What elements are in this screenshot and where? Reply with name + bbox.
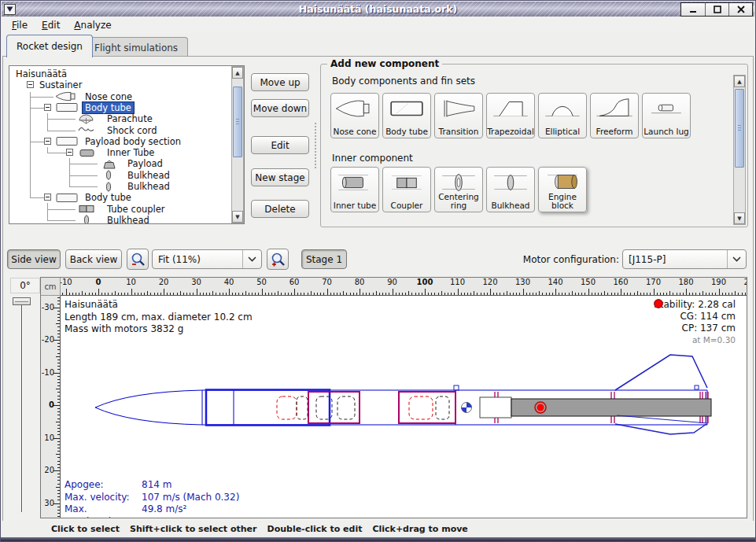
tree-item-parachute[interactable]: Parachute bbox=[9, 113, 231, 124]
ruler-tick bbox=[686, 289, 687, 295]
close-icon[interactable] bbox=[728, 3, 752, 16]
tree-expander-icon[interactable] bbox=[44, 194, 51, 201]
tree-item-label[interactable]: Inner Tube bbox=[105, 147, 157, 158]
menu-edit[interactable]: Edit bbox=[42, 20, 60, 31]
add-nose-cone-button[interactable]: Nose cone bbox=[330, 93, 379, 138]
tree-item-bulkhead[interactable]: Bulkhead bbox=[9, 215, 231, 223]
ruler-tick bbox=[138, 293, 138, 295]
add-freeform-fin-button[interactable]: Freeform bbox=[590, 93, 639, 138]
tree-scrollbar-thumb[interactable] bbox=[233, 87, 242, 157]
tree-item-label[interactable]: Body tube bbox=[83, 192, 134, 203]
maximize-icon[interactable] bbox=[705, 3, 728, 16]
move-down-button[interactable]: Move down bbox=[251, 99, 309, 117]
tree-item-label[interactable]: Shock cord bbox=[105, 125, 159, 136]
stage-1-toggle[interactable]: Stage 1 bbox=[301, 249, 347, 269]
add-body-tube-button[interactable]: Body tube bbox=[382, 93, 431, 138]
tree-item-payload[interactable]: Payload bbox=[9, 158, 231, 169]
tree-item-label[interactable]: Bulkhead bbox=[105, 215, 152, 223]
zoom-out-button[interactable] bbox=[127, 249, 149, 270]
tree-item-label[interactable]: Body tube bbox=[83, 102, 134, 113]
scroll-up-icon[interactable]: ▲ bbox=[734, 76, 745, 87]
tab-flight-simulations[interactable]: Flight simulations bbox=[84, 37, 188, 57]
ruler-tick bbox=[474, 291, 474, 295]
add-centering-ring-button[interactable]: Centering ring bbox=[434, 167, 483, 212]
tree-item-sustainer[interactable]: Sustainer bbox=[9, 79, 231, 90]
ruler-tick bbox=[317, 293, 318, 295]
tree-item-bulkhead[interactable]: Bulkhead bbox=[9, 181, 231, 192]
tree-item-label[interactable]: Bulkhead bbox=[125, 170, 172, 181]
tree-item-label[interactable]: Payload bbox=[125, 158, 165, 169]
add-elliptical-fin-button[interactable]: Elliptical bbox=[538, 93, 587, 138]
add-transition-button[interactable]: Transition bbox=[434, 93, 483, 138]
side-view-button[interactable]: Side view bbox=[7, 249, 61, 269]
tree-item-body-tube[interactable]: Body tube bbox=[9, 192, 231, 203]
tab-rocket-design[interactable]: Rocket design bbox=[6, 35, 93, 57]
ruler-tick bbox=[57, 507, 60, 507]
menu-analyze[interactable]: Analyze bbox=[74, 20, 111, 31]
ruler-tick bbox=[477, 293, 478, 295]
add-engine-block-button[interactable]: Engine block bbox=[538, 167, 587, 212]
zoom-in-button[interactable] bbox=[267, 249, 289, 270]
ruler-tick bbox=[57, 513, 60, 514]
minimize-icon[interactable] bbox=[681, 3, 705, 16]
ruler-tick bbox=[669, 291, 670, 295]
component-panel-scrollbar[interactable]: ▲ ▼ bbox=[733, 75, 746, 225]
rotation-slider-track[interactable] bbox=[21, 300, 23, 512]
add-coupler-button[interactable]: Coupler bbox=[382, 167, 431, 212]
tree-item-tube-coupler[interactable]: Tube coupler bbox=[9, 204, 231, 215]
add-inner-tube-button[interactable]: Inner tube bbox=[330, 167, 379, 212]
tree-item-nose-cone[interactable]: Nose cone bbox=[9, 91, 231, 102]
tree-item-haisun-t-[interactable]: Haisunäätä bbox=[9, 68, 231, 79]
move-up-button[interactable]: Move up bbox=[251, 73, 309, 91]
tree-item-label[interactable]: Sustainer bbox=[37, 79, 84, 90]
tree-item-label[interactable]: Tube coupler bbox=[105, 204, 168, 215]
tree-item-body-tube[interactable]: Body tube bbox=[9, 102, 231, 113]
tree-expander-icon[interactable] bbox=[44, 104, 51, 111]
tree-item-shock-cord[interactable]: Shock cord bbox=[9, 125, 231, 136]
tree-item-label[interactable]: Parachute bbox=[105, 113, 155, 124]
motor-configuration-select[interactable]: [J115-P] bbox=[622, 249, 747, 269]
tree-scrollbar[interactable]: ▲ ▼ bbox=[231, 66, 244, 223]
add-trapezoidal-fin-button[interactable]: Trapezoidal bbox=[486, 93, 535, 138]
tree-expander-icon[interactable] bbox=[27, 81, 34, 88]
ruler-label: -10 bbox=[61, 278, 72, 286]
nose-cone-icon bbox=[333, 95, 377, 122]
tree-connector bbox=[47, 119, 76, 120]
menu-file[interactable]: File bbox=[12, 20, 28, 31]
ruler-unit-label: cm bbox=[41, 278, 61, 296]
coupler-icon bbox=[385, 169, 429, 196]
ruler-tick bbox=[53, 405, 60, 406]
ruler-tick bbox=[56, 454, 60, 455]
inner-tube-icon bbox=[333, 169, 377, 196]
new-stage-button[interactable]: New stage bbox=[251, 168, 309, 186]
component-scrollbar-thumb[interactable] bbox=[735, 89, 744, 168]
delete-button[interactable]: Delete bbox=[251, 200, 309, 218]
add-bulkhead-button[interactable]: Bulkhead bbox=[486, 167, 535, 212]
ruler-tick bbox=[281, 293, 282, 295]
edit-button[interactable]: Edit bbox=[251, 136, 309, 154]
zoom-level-select[interactable]: Fit (11%) bbox=[152, 249, 262, 269]
ruler-tick bbox=[379, 293, 380, 295]
scroll-up-icon[interactable]: ▲ bbox=[232, 67, 243, 79]
rotation-slider-handle[interactable] bbox=[13, 297, 31, 305]
rocket-canvas[interactable]: Haisunäätä Length 189 cm, max. diameter … bbox=[61, 296, 747, 518]
ruler-tick bbox=[238, 293, 239, 295]
tree-item-bulkhead[interactable]: Bulkhead bbox=[9, 170, 231, 181]
vertical-ruler: -30-20-100102030 bbox=[41, 296, 61, 518]
tree-expander-icon[interactable] bbox=[66, 149, 73, 156]
scroll-down-icon[interactable]: ▼ bbox=[232, 211, 243, 223]
tree-item-label[interactable]: Haisunäätä bbox=[13, 68, 69, 79]
ruler-label: 50 bbox=[256, 278, 267, 286]
component-tree[interactable]: HaisunäätäSustainerNose coneBody tubePar… bbox=[9, 66, 231, 223]
tree-item-label[interactable]: Payload body section bbox=[83, 136, 183, 147]
ruler-tick bbox=[715, 293, 716, 295]
scroll-down-icon[interactable]: ▼ bbox=[734, 212, 745, 224]
ruler-tick bbox=[402, 293, 403, 295]
tree-item-label[interactable]: Nose cone bbox=[83, 91, 135, 102]
tree-item-payload-body-section[interactable]: Payload body section bbox=[9, 136, 231, 147]
tree-item-inner-tube[interactable]: Inner Tube bbox=[9, 147, 231, 158]
back-view-button[interactable]: Back view bbox=[65, 249, 122, 269]
add-launch-lug-button[interactable]: Launch lug bbox=[642, 93, 691, 138]
tree-expander-icon[interactable] bbox=[44, 138, 51, 145]
tree-item-label[interactable]: Bulkhead bbox=[125, 181, 172, 192]
